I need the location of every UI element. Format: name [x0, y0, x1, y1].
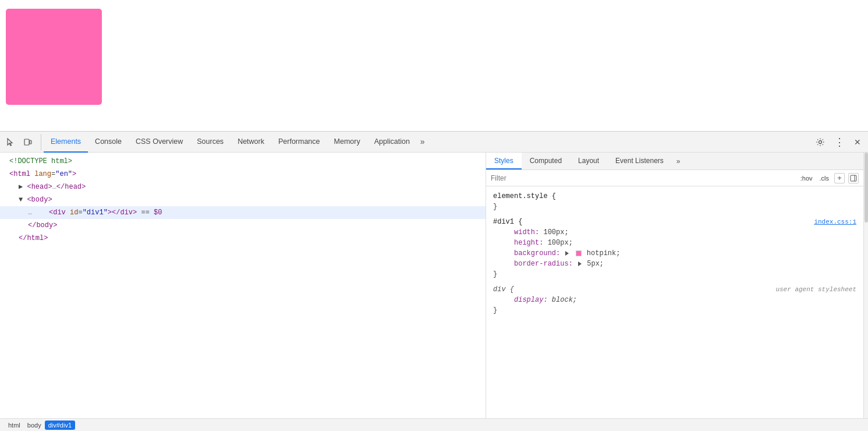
- page-content: [0, 0, 868, 131]
- pink-box: [6, 9, 102, 105]
